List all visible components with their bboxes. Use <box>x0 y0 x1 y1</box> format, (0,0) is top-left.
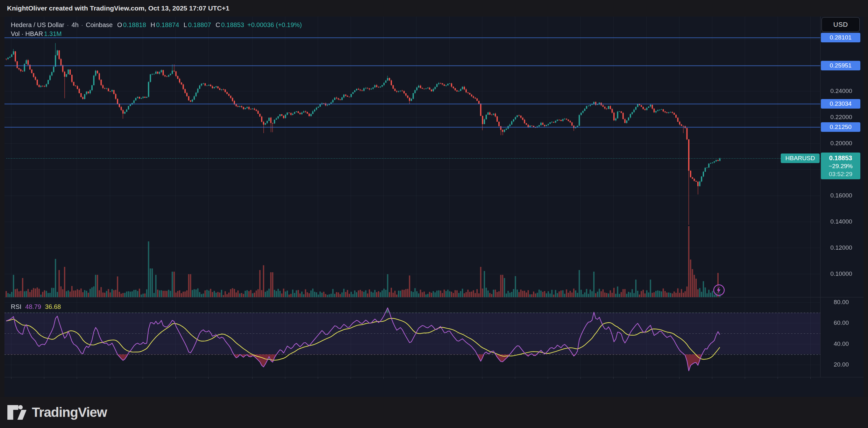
low-value: 0.18807 <box>188 21 211 29</box>
last-price-value: 0.18853 <box>821 154 860 162</box>
last-price-symbol-label: HBARUSD <box>781 153 819 163</box>
price-level-badge: 0.28101 <box>821 33 860 42</box>
separator-dot: · <box>67 21 69 29</box>
chart-container: Hedera / US Dollar · 4h · Coinbase O 0.1… <box>4 17 864 397</box>
low-label: L <box>184 21 187 29</box>
price-axis-label: 0.12000 <box>822 244 861 252</box>
legend: Hedera / US Dollar · 4h · Coinbase O 0.1… <box>11 20 302 38</box>
volume-value: 1.31M <box>44 30 62 38</box>
chart-plot[interactable] <box>4 17 864 397</box>
close-label: C <box>216 21 220 29</box>
price-level-badge: 0.25951 <box>821 61 860 70</box>
rsi-ma-value: 36.68 <box>45 303 61 310</box>
symbol-title[interactable]: Hedera / US Dollar <box>11 21 64 29</box>
open-label: O <box>117 21 122 29</box>
price-axis-label: 0.22000 <box>822 113 861 121</box>
tradingview-logo[interactable]: TradingView <box>7 405 107 420</box>
exchange-label: Coinbase <box>86 21 113 29</box>
change-value: +0.00036 (+0.19%) <box>247 21 302 29</box>
rsi-legend: RSI 48.79 36.68 <box>11 303 61 311</box>
volume-label: Vol · HBAR <box>11 30 43 38</box>
rsi-label: RSI <box>11 303 21 310</box>
rsi-axis-label: 20.00 <box>822 361 861 368</box>
price-axis-label: 0.10000 <box>822 270 861 278</box>
high-value: 0.18874 <box>156 21 179 29</box>
brand-text: TradingView <box>32 405 107 420</box>
rsi-axis-label: 80.00 <box>822 298 861 306</box>
interval-label[interactable]: 4h <box>72 21 79 29</box>
rsi-axis-label: 60.00 <box>822 319 861 327</box>
price-axis-label: 0.20000 <box>822 140 861 147</box>
legend-volume-row: Vol · HBAR 1.31M <box>11 29 302 38</box>
price-axis[interactable]: 0.240000.220000.200000.160000.140000.120… <box>820 17 864 377</box>
bar-countdown: 03:52:29 <box>821 170 860 178</box>
legend-symbol-row: Hedera / US Dollar · 4h · Coinbase O 0.1… <box>11 20 302 29</box>
price-axis-label: 0.24000 <box>822 87 861 95</box>
price-axis-label: 0.16000 <box>822 192 861 200</box>
last-price-change: −29.29% <box>821 162 860 170</box>
price-level-badge: 0.23034 <box>821 99 860 109</box>
separator-dot: · <box>81 21 84 29</box>
flash-boost-icon[interactable] <box>713 284 725 297</box>
price-level-badge: 0.21250 <box>821 122 860 132</box>
price-axis-label: 0.14000 <box>822 218 861 225</box>
close-value: 0.18853 <box>221 21 244 29</box>
attribution-text: KnightOliver created with TradingView.co… <box>7 0 229 17</box>
bottom-bar: TradingView <box>0 397 868 428</box>
high-label: H <box>151 21 155 29</box>
tradingview-logo-icon <box>7 405 27 420</box>
rsi-value: 48.79 <box>25 303 41 310</box>
top-bar: KnightOliver created with TradingView.co… <box>0 0 868 17</box>
rsi-axis-label: 40.00 <box>822 340 861 348</box>
open-value: 0.18818 <box>123 21 146 29</box>
last-price-badge: 0.18853 −29.29% 03:52:29 <box>821 153 860 179</box>
time-axis[interactable]: 10131619222528Sep4710131619222528Oct4710… <box>4 377 864 397</box>
